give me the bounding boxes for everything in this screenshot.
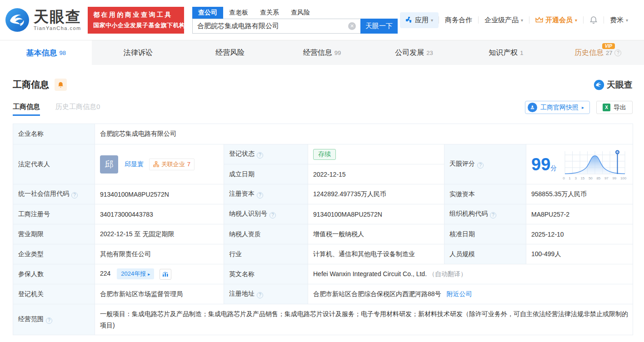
approval-date-label: 核准日期 [444,224,526,244]
search-tab-boss[interactable]: 查老板 [223,7,254,19]
chevron-down-icon: ▾ [575,18,577,23]
subtab-history-registration[interactable]: 历史工商信息0 [55,103,100,116]
reg-status-value: 存续 [308,144,444,164]
tab-history-info[interactable]: VIP 历史信息 27 ? [552,40,644,65]
reg-no-value: 340173000443783 [95,204,224,224]
term-value: 2022-12-15 至 无固定期限 [95,224,224,244]
search-tab-relation[interactable]: 查关系 [254,7,285,19]
user-menu[interactable]: 费米 ▾ [604,16,634,25]
insured-cell: 224 2024年报 ▸ [95,264,224,284]
official-snapshot-button[interactable]: 工商官网快照 ▸ [525,101,590,114]
registration-info-table: 企业名称 合肥皖芯集成电路有限公司 法定代表人 邱 邱显寰 关联企业 7 [13,124,633,335]
staff-size-value: 100-499人 [526,244,633,264]
company-type-label: 企业类型 [13,244,95,264]
stamp-icon [528,103,537,112]
nearby-companies-link[interactable]: 附近公司 [446,290,472,297]
search-button[interactable]: 天眼一下 [360,19,398,34]
export-button[interactable]: X 导出 [596,101,633,114]
help-icon[interactable]: ? [71,192,78,198]
notification-bell-icon[interactable] [584,16,604,24]
uscc-label: 统一社会信用代码? [13,184,95,204]
tianyancha-logo[interactable]: 天眼查 TianYanCha.com [5,7,81,33]
puzzle-icon [405,16,413,24]
en-name-value: Hefei Wanxin Integrated Circuit Co., Ltd… [313,270,427,278]
org-code-label: 组织机构代码? [444,204,526,224]
help-icon[interactable]: ? [46,317,52,324]
score-label: 天眼评分? [444,144,526,184]
help-icon[interactable]: ? [257,292,263,298]
promo-banner: 都在用的商业查询工具 国家中小企业发展子基金旗下机构 [88,7,184,34]
score-cell: 99分 [526,144,633,184]
apps-menu[interactable]: 应用 ▾ [400,12,439,28]
brand-name: 天眼查 [34,9,81,24]
annual-report-badge[interactable]: 2024年报 ▸ [117,268,154,279]
search-tab-company[interactable]: 查公司 [192,7,223,19]
industry-value: 计算机、通信和其他电子设备制造业 [308,244,444,264]
tab-intellectual-property[interactable]: 知识产权 1 [460,40,552,65]
insured-label: 参保人数 [13,264,95,284]
help-icon[interactable]: ? [490,212,496,218]
en-name-label: 英文名称 [224,264,308,284]
help-icon[interactable]: ? [270,212,276,218]
uscc-value: 91340100MA8PU2572N [95,184,224,204]
legal-rep-cell: 邱 邱显寰 关联企业 7 [95,144,224,184]
chevron-down-icon: ▾ [431,18,433,23]
staff-size-label: 人员规模 [444,244,526,264]
reg-status-label: 登记状态? [224,144,308,164]
help-icon[interactable]: ? [257,192,263,198]
en-name-cell: Hefei Wanxin Integrated Circuit Co., Ltd… [308,264,633,284]
open-vip-menu[interactable]: 开通会员 ▾ [529,16,583,25]
company-type-value: 其他有限责任公司 [95,244,224,264]
top-header: 天眼查 TianYanCha.com 都在用的商业查询工具 国家中小企业发展子基… [0,0,644,40]
vip-badge: VIP [602,43,615,49]
subtab-current-registration[interactable]: 工商信息 [13,103,40,116]
scope-value: 一般项目：集成电路芯片及产品制造；集成电路芯片及产品销售；集成电路芯片设计及服务… [95,304,633,335]
business-registration-section: 工商信息 天眼查 工商信息 历史工商信息0 工商官网快照 ▸ [0,65,644,335]
term-label: 营业期限 [13,224,95,244]
chevron-down-icon: ▾ [521,18,523,23]
watermark-logo: 天眼查 [594,79,633,91]
tab-company-development[interactable]: 公司发展 23 [368,40,460,65]
help-icon[interactable]: ? [477,162,484,169]
status-badge: 存续 [313,149,336,160]
paid-capital-value: 958855.35万人民币 [526,184,633,204]
auto-translate-note: （自动翻译） [429,270,467,278]
promo-line2: 国家中小企业发展子基金旗下机构 [93,21,179,30]
trend-chart-icon[interactable] [160,269,171,280]
score-axis-labels: 0131550859799100 [562,176,627,180]
arrow-right-icon: ▸ [582,105,584,110]
est-date-value: 2022-12-15 [308,164,444,184]
tab-operating-risk[interactable]: 经营风险 [184,40,276,65]
reg-no-label: 工商注册号 [13,204,95,224]
reg-capital-label: 注册资本? [224,184,308,204]
chevron-down-icon: ▾ [626,18,628,23]
crown-icon [535,17,543,23]
subscribe-bell-icon[interactable] [55,79,67,91]
legal-rep-label: 法定代表人 [13,144,95,184]
header-right-menu: 应用 ▾ 商务合作 企业级产品 ▾ 开通会员 ▾ 费米 [400,12,634,28]
search-tab-risk[interactable]: 查风险 [285,7,316,19]
help-icon[interactable]: ? [614,50,621,56]
promo-line1: 都在用的商业查询工具 [93,11,179,19]
address-label: 注册地址? [224,284,308,304]
score-value: 99 [531,155,550,174]
section-title: 工商信息 [13,79,49,91]
network-icon [153,161,159,167]
tab-legal-proceedings[interactable]: 法律诉讼 [92,40,184,65]
search-area: 查公司 查老板 查关系 查风险 ✕ 天眼一下 [192,7,398,34]
industry-label: 行业 [224,244,308,264]
legal-rep-avatar[interactable]: 邱 [100,155,118,173]
company-nav-tabs: 基本信息 98 法律诉讼 经营风险 经营信息 99 公司发展 23 知识产权 1… [0,40,644,65]
address-cell: 合肥市新站区合肥综合保税区内西淝河路88号 附近公司 [308,284,633,304]
help-icon[interactable]: ? [257,152,263,159]
company-name-value: 合肥皖芯集成电路有限公司 [95,124,633,144]
clear-search-icon[interactable]: ✕ [348,22,356,30]
search-input[interactable] [192,19,360,34]
business-cooperation-link[interactable]: 商务合作 [439,16,478,25]
related-companies-badge[interactable]: 关联企业 7 [149,159,195,170]
reg-authority-label: 登记机关 [13,284,95,304]
tab-basic-info[interactable]: 基本信息 98 [0,40,92,65]
enterprise-products-menu[interactable]: 企业级产品 ▾ [479,16,529,25]
legal-rep-link[interactable]: 邱显寰 [125,160,144,167]
tab-business-info[interactable]: 经营信息 99 [276,40,368,65]
